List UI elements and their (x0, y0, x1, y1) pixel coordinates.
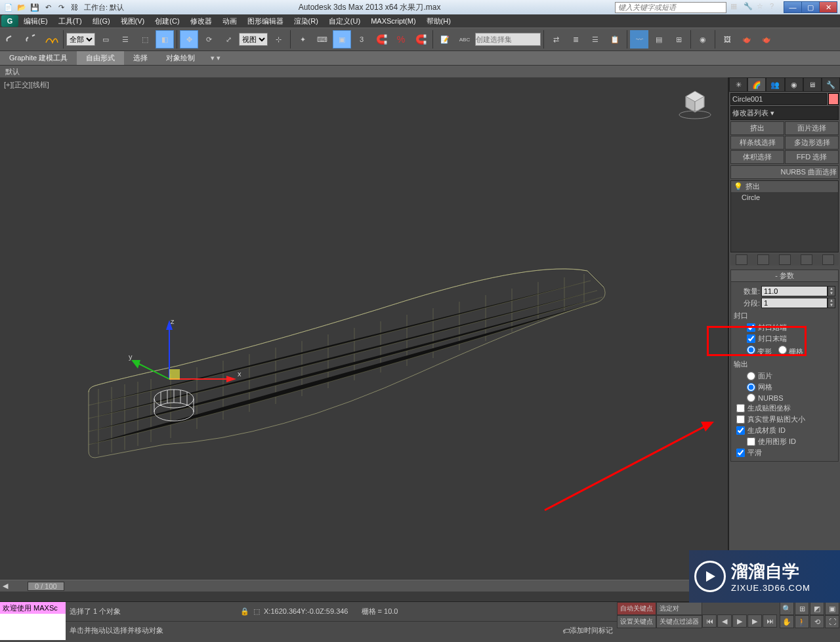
maxscript-listener[interactable]: 欢迎使用 MAXSc (0, 602, 66, 614)
gen-map-checkbox[interactable] (736, 404, 745, 412)
mod-btn-poly-sel[interactable]: 多边形选择 (785, 136, 839, 150)
menu-render[interactable]: 渲染(R) (289, 15, 324, 28)
remove-mod-icon[interactable] (801, 254, 812, 265)
real-world-checkbox[interactable] (736, 415, 745, 424)
show-result-icon[interactable] (757, 254, 769, 265)
ref-coord-dropdown[interactable]: 视图 (239, 33, 268, 46)
morph-radio[interactable] (747, 346, 755, 354)
menu-graph[interactable]: 图形编辑器 (242, 15, 289, 28)
keyboard-shortcut-icon[interactable]: ⌨ (313, 30, 331, 49)
select-by-name-icon[interactable]: ☰ (116, 30, 135, 49)
use-shape-id-checkbox[interactable] (747, 437, 755, 446)
pin-stack-icon[interactable] (736, 254, 747, 265)
select-icon[interactable]: ▭ (96, 30, 115, 49)
mod-btn-ffd-sel[interactable]: FFD 选择 (785, 150, 839, 164)
render-icon[interactable]: 🫖 (757, 30, 776, 49)
move-tool-icon[interactable]: ✥ (180, 30, 198, 49)
shelf-tab-paint[interactable]: 对象绘制 (157, 51, 204, 65)
selection-filter-dropdown[interactable]: 全部 (66, 33, 95, 46)
menu-tools[interactable]: 工具(T) (53, 15, 87, 28)
menu-create[interactable]: 创建(C) (150, 15, 184, 28)
prev-frame-icon[interactable]: ◀ (717, 614, 732, 628)
align-icon[interactable]: ≣ (566, 30, 585, 49)
gen-matid-checkbox[interactable] (736, 426, 745, 435)
undo-icon[interactable]: ↶ (42, 2, 54, 12)
stack-top[interactable]: 挤出 (746, 182, 760, 191)
ribbon-sub[interactable]: 默认 (0, 66, 840, 77)
open-icon[interactable]: 📂 (16, 2, 28, 12)
named-selection-input[interactable] (475, 33, 541, 46)
shelf-tab-selection[interactable]: 选择 (124, 51, 157, 65)
coord-y[interactable]: -0.0 (307, 607, 320, 615)
segments-input[interactable] (761, 298, 828, 308)
help-search-input[interactable] (615, 2, 726, 13)
coord-z[interactable]: 59.346 (326, 607, 348, 615)
grid-icon[interactable]: ▦ (730, 2, 741, 12)
save-icon[interactable]: 💾 (29, 2, 41, 12)
out-nurbs-radio[interactable] (747, 393, 755, 402)
render-frame-icon[interactable]: 🫖 (738, 30, 756, 49)
snap-toggle-icon[interactable]: ▣ (333, 30, 351, 49)
maximize-button[interactable]: ▢ (801, 1, 820, 13)
select-region-icon[interactable]: ⬚ (136, 30, 154, 49)
goto-end-icon[interactable]: ⏭ (763, 614, 777, 628)
menu-group[interactable]: 组(G) (87, 15, 116, 28)
app-icon[interactable]: G (1, 15, 18, 27)
nav-max-icon[interactable]: ⛶ (825, 615, 839, 628)
minimize-button[interactable]: — (784, 1, 802, 13)
lock-icon[interactable]: 🔒 (240, 607, 249, 616)
make-unique-icon[interactable] (779, 254, 791, 265)
angle-snap-icon[interactable]: 3 (352, 30, 371, 49)
named-sel-abc-icon[interactable]: ABC (455, 30, 474, 49)
cp-tab-hierarchy[interactable]: 👥 (766, 77, 784, 92)
bind-space-warp-icon[interactable] (42, 30, 60, 49)
layer-manager-icon[interactable]: 📋 (606, 30, 624, 49)
named-sel-edit-icon[interactable]: 📝 (436, 30, 454, 49)
auto-key-button[interactable]: 自动关键点 (617, 602, 656, 615)
configure-sets-icon[interactable] (822, 254, 834, 265)
material-editor-icon[interactable]: ◉ (694, 30, 712, 49)
viewport[interactable]: [+][正交][线框] (0, 77, 728, 580)
mirror-icon[interactable]: ⇄ (547, 30, 565, 49)
object-name-input[interactable] (730, 93, 827, 105)
workspace-label[interactable]: 工作台: 默认 (84, 3, 124, 12)
grid-radio[interactable] (778, 346, 787, 354)
spinner-snap-icon[interactable]: % (392, 30, 410, 49)
help-icon[interactable]: ? (770, 2, 780, 12)
curve-editor-icon[interactable]: 〰 (630, 30, 648, 49)
layers-icon[interactable]: ☰ (586, 30, 604, 49)
nav-walk-icon[interactable]: 🚶 (795, 615, 809, 628)
nav-zoom-all-icon[interactable]: ⊞ (795, 602, 809, 615)
link-icon[interactable]: ⛓ (68, 2, 80, 12)
nav-pan-icon[interactable]: ✋ (780, 615, 794, 628)
viewcube[interactable] (675, 84, 715, 123)
scale-tool-icon[interactable]: ⤢ (219, 30, 238, 49)
mod-btn-spline-sel[interactable]: 样条线选择 (730, 136, 784, 150)
render-setup-icon[interactable]: 🖼 (718, 30, 736, 49)
mod-btn-extrude[interactable]: 挤出 (730, 121, 784, 135)
segments-spinner[interactable]: ▲▼ (828, 298, 835, 308)
coord-x[interactable]: 1620.364 (270, 607, 301, 615)
sel-filter-dd[interactable]: 选定对 (656, 602, 702, 615)
iso-icon[interactable]: ⬚ (253, 607, 260, 616)
window-crossing-icon[interactable]: ◧ (156, 30, 174, 49)
grid-radio-label[interactable]: 栅格 (778, 346, 803, 357)
stack-base[interactable]: Circle (731, 192, 838, 203)
cp-tab-modify[interactable]: 🌈 (747, 77, 766, 92)
time-tag-icon[interactable]: 🏷 (562, 627, 570, 635)
nav-fov-icon[interactable]: ◩ (810, 602, 824, 615)
manipulate-icon[interactable]: ✦ (293, 30, 312, 49)
cp-tab-display[interactable]: 🖥 (803, 77, 822, 92)
modifier-stack[interactable]: 💡挤出 Circle (730, 180, 839, 252)
mod-btn-nurbs-sel[interactable]: NURBS 曲面选择 (730, 165, 839, 179)
cap-end-checkbox[interactable] (747, 334, 755, 343)
shelf-tab-graphite[interactable]: Graphite 建模工具 (0, 51, 77, 65)
object-color-swatch[interactable] (828, 93, 839, 105)
mod-btn-patch-sel[interactable]: 面片选择 (785, 121, 839, 135)
time-slider-handle[interactable]: 0 / 100 (28, 582, 64, 591)
morph-radio-label[interactable]: 变形 (747, 346, 772, 357)
key-icon[interactable]: 🔧 (744, 2, 754, 12)
amount-spinner[interactable]: ▲▼ (828, 286, 835, 296)
new-icon[interactable]: 📄 (3, 2, 14, 12)
next-frame-icon[interactable]: ▶ (747, 614, 762, 628)
